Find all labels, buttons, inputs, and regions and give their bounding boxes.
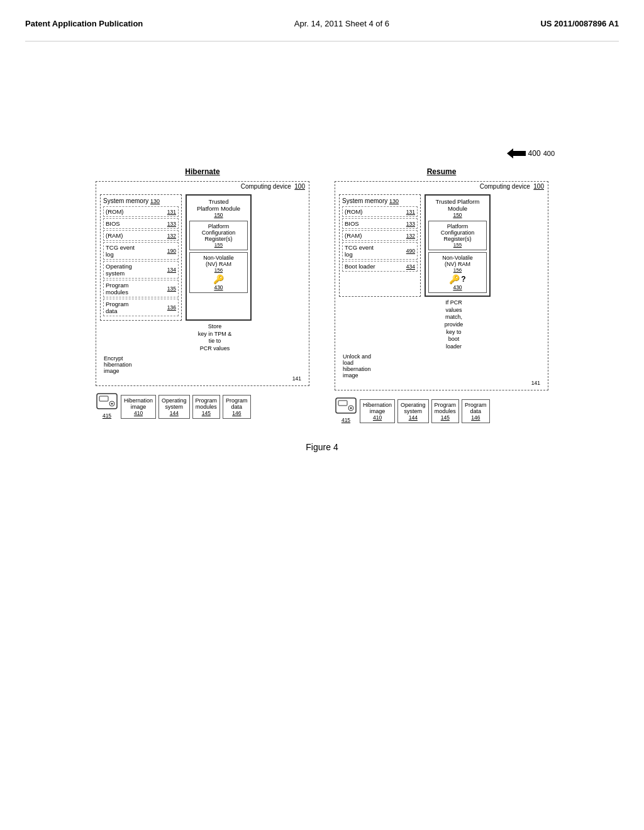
svg-rect-2 xyxy=(99,396,108,401)
hibernate-tcg-row: TCG eventlog 190 xyxy=(103,242,179,260)
header-patent-number: US 2011/0087896 A1 xyxy=(540,19,619,28)
svg-point-8 xyxy=(350,407,352,409)
figure-caption: Figure 4 xyxy=(306,442,338,452)
hibernate-prog-data-storage-box: Programdata 146 xyxy=(223,395,251,419)
hibernate-prog-data-row: Programdata 136 xyxy=(103,299,179,316)
svg-marker-0 xyxy=(507,148,526,158)
resume-computing-device-box: Computing device 100 System memory 130 xyxy=(335,181,548,390)
hibernate-tpm-label: TrustedPlatform Module 150 xyxy=(189,198,248,218)
resume-tpm-label: Trusted PlatformModule 150 xyxy=(428,198,487,218)
resume-key-ref: 141 xyxy=(339,380,544,386)
resume-tcg-row: TCG eventlog 490 xyxy=(342,242,418,260)
disk-icon xyxy=(96,390,118,412)
hibernate-ram-row: (RAM) 132 xyxy=(103,230,179,241)
header-publisher: Patent Application Publication xyxy=(25,19,143,28)
resume-storage-area: 415 Hibernationimage 410 Operatingsystem… xyxy=(335,394,548,423)
resume-prog-modules-storage-box: Programmodules 145 xyxy=(431,399,460,423)
resume-rom-row: (ROM) 131 xyxy=(342,206,418,217)
resume-disk: 415 xyxy=(335,394,357,423)
hibernate-key-ref: 141 xyxy=(100,375,305,382)
hibernate-disk: 415 xyxy=(96,390,118,419)
resume-system-memory-label: System memory 130 xyxy=(342,197,418,204)
hibernate-storage-area: 415 Hibernationimage 410 Operatingsystem… xyxy=(96,390,309,419)
hibernate-prog-modules-row: Programmodules 135 xyxy=(103,280,179,297)
resume-tpm-box: Trusted PlatformModule 150 PlatformConfi… xyxy=(425,194,491,297)
hibernate-rom-row: (ROM) 131 xyxy=(103,206,179,217)
resume-pcr-action-label: If PCRvaluesmatch,providekey tobootloade… xyxy=(421,299,487,351)
hibernate-prog-modules-storage-box: Programmodules 145 xyxy=(192,395,221,419)
resume-pcr-box: PlatformConfigurationRegister(s) 155 xyxy=(428,221,487,250)
resume-system-memory-box: System memory 130 (ROM) 131 BIOS xyxy=(339,194,421,297)
figure-400-label: 400 400 xyxy=(507,148,555,158)
hibernate-pcr-box: PlatformConfigurationRegister(s) 155 xyxy=(189,221,248,250)
hibernate-computing-device-box: Computing device 100 System memory 130 xyxy=(96,181,309,386)
resume-unlock-label: Unlock andloadhibernationimage xyxy=(339,353,544,379)
hibernate-encrypt-label: Encrypthibernationimage xyxy=(100,355,305,374)
resume-diagram: Resume Computing device 100 System memor… xyxy=(335,167,548,423)
svg-rect-6 xyxy=(338,401,347,406)
hibernate-computing-device-label: Computing device 100 xyxy=(241,183,305,190)
disk-icon-resume xyxy=(335,394,357,417)
hibernate-store-action-label: Storekey in TPM &tie toPCR values xyxy=(182,323,248,353)
hibernate-hib-image-box: Hibernationimage 410 xyxy=(121,395,156,419)
resume-hib-image-box: Hibernationimage 410 xyxy=(360,399,395,423)
hibernate-nv-ram-box: Non-Volatile(NV) RAM 156 🔑 430 xyxy=(189,252,248,293)
resume-bios-row: BIOS 133 xyxy=(342,218,418,229)
header-date-sheet: Apr. 14, 2011 Sheet 4 of 6 xyxy=(294,19,389,28)
svg-point-4 xyxy=(111,402,113,404)
page: Patent Application Publication Apr. 14, … xyxy=(0,0,644,830)
hibernate-system-memory-box: System memory 130 (ROM) 131 BIOS xyxy=(100,194,182,321)
resume-os-storage-box: Operatingsystem 144 xyxy=(397,399,429,423)
resume-boot-loader-row: Boot loader 434 xyxy=(342,261,418,272)
hibernate-tpm-box: TrustedPlatform Module 150 PlatformConfi… xyxy=(186,194,252,321)
resume-nv-ram-box: Non-Volatile(NV) RAM 156 🔑? 430 xyxy=(428,252,487,293)
resume-title: Resume xyxy=(335,167,548,176)
resume-prog-data-storage-box: Programdata 146 xyxy=(462,399,490,423)
hibernate-title: Hibernate xyxy=(96,167,309,176)
page-header: Patent Application Publication Apr. 14, … xyxy=(25,13,619,42)
hibernate-os-row: Operatingsystem 134 xyxy=(103,261,179,279)
hibernate-os-storage-box: Operatingsystem 144 xyxy=(158,395,190,419)
resume-computing-device-label: Computing device 100 xyxy=(480,183,544,190)
hibernate-system-memory-label: System memory 130 xyxy=(103,197,179,204)
hibernate-bios-row: BIOS 133 xyxy=(103,218,179,229)
resume-ram-row: (RAM) 132 xyxy=(342,230,418,241)
hibernate-diagram: Hibernate Computing device 100 System me… xyxy=(96,167,309,419)
